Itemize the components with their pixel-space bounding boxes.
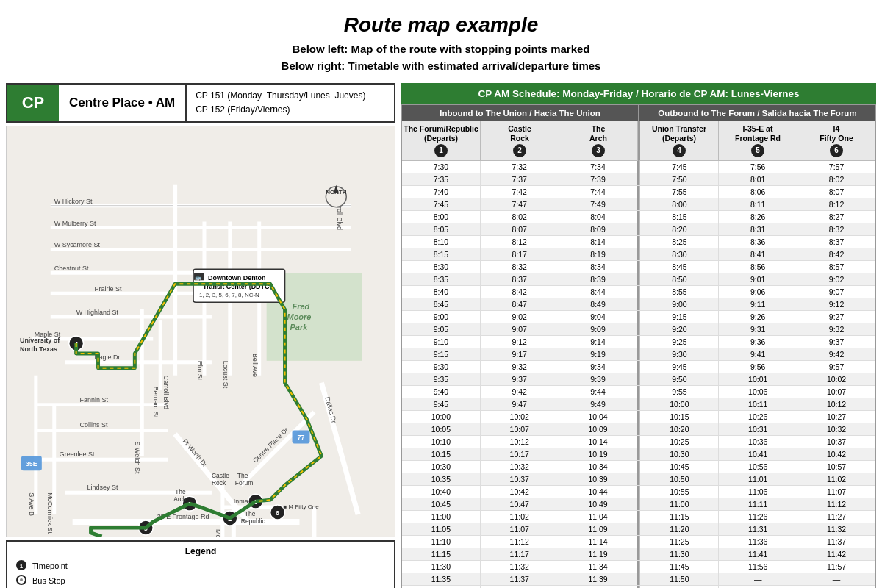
time-cell: 9:49	[559, 398, 638, 410]
time-cell: 10:07	[481, 423, 559, 435]
time-cell: 11:32	[797, 523, 875, 535]
time-cell: 8:55	[639, 286, 719, 298]
table-row: 7:357:377:397:508:018:02	[402, 173, 875, 186]
svg-text:Bell Ave: Bell Ave	[251, 354, 259, 377]
route-line1: CP 151 (Monday–Thursday/Lunes–Jueves)	[196, 89, 365, 103]
time-cell: 10:30	[402, 461, 481, 473]
table-row: 9:459:479:4910:0010:1110:12	[402, 398, 875, 411]
time-cell: 11:17	[481, 548, 559, 560]
table-row: 10:1010:1210:1410:2510:3610:37	[402, 436, 875, 448]
svg-text:W Mulberry St: W Mulberry St	[54, 220, 96, 227]
time-cell: 10:12	[481, 436, 559, 448]
table-row: 9:059:079:099:209:319:32	[402, 323, 875, 336]
table-row: 8:158:178:198:308:418:42	[402, 248, 875, 261]
svg-text:1, 2, 3, 5, 6, 7, 8, NC-N: 1, 2, 3, 5, 6, 7, 8, NC-N	[199, 292, 259, 298]
table-row: 10:3510:3710:3910:5011:0111:02	[402, 473, 875, 486]
table-row: 11:1511:1711:1911:3011:4111:42	[402, 548, 875, 561]
time-cell: 8:05	[402, 223, 481, 235]
time-cell: 8:10	[402, 236, 481, 248]
time-cell: 9:17	[481, 348, 559, 360]
time-cell: 8:37	[481, 273, 559, 285]
time-cell: 8:02	[797, 173, 875, 185]
time-cell: 11:56	[719, 561, 797, 573]
svg-text:Bernard St: Bernard St	[152, 387, 159, 418]
time-cell: 11:00	[639, 498, 719, 510]
time-cell: 9:15	[402, 348, 481, 360]
time-cell: 9:19	[559, 348, 638, 360]
time-cell: 11:15	[639, 511, 719, 523]
table-row: 11:3511:3711:3911:50——	[402, 573, 875, 586]
time-cell: 11:10	[402, 536, 481, 548]
table-row: 8:058:078:098:208:318:32	[402, 223, 875, 236]
time-cell: 9:15	[639, 311, 719, 323]
time-cell: 10:31	[719, 423, 797, 435]
time-cell: 9:42	[481, 386, 559, 398]
svg-text:Prairie St: Prairie St	[95, 285, 122, 293]
time-cell: 11:32	[481, 561, 559, 573]
time-cell: 10:00	[639, 398, 719, 410]
table-row: 8:108:128:148:258:368:37	[402, 236, 875, 248]
time-cell: 8:12	[797, 198, 875, 210]
time-cell: 7:40	[402, 186, 481, 198]
time-cell: 8:12	[481, 236, 559, 248]
time-cell: 9:30	[639, 348, 719, 360]
time-cell: 10:14	[559, 436, 638, 448]
time-cell: 10:34	[559, 461, 638, 473]
time-cell: 10:17	[481, 448, 559, 460]
time-cell: 9:00	[402, 311, 481, 323]
time-cell: 9:31	[719, 323, 797, 335]
time-cell: 11:07	[481, 523, 559, 535]
time-cell: 9:36	[719, 336, 797, 348]
time-cell: 9:12	[481, 336, 559, 348]
svg-text:🚌: 🚌	[195, 274, 201, 281]
svg-text:Republic: Republic	[241, 517, 265, 525]
time-cell: 10:20	[639, 423, 719, 435]
time-cell: 10:44	[559, 486, 638, 498]
time-cell: 11:37	[481, 573, 559, 585]
time-cell: 9:14	[559, 336, 638, 348]
time-cell: 11:12	[481, 536, 559, 548]
time-cell: 9:20	[639, 323, 719, 335]
time-cell: 8:57	[797, 261, 875, 273]
svg-text:Lindsey St: Lindsey St	[87, 484, 118, 491]
time-cell: 11:06	[719, 486, 797, 498]
time-cell: 11:07	[797, 486, 875, 498]
table-row: 11:3011:3211:3411:4511:5611:57	[402, 561, 875, 573]
time-cell: 10:50	[639, 473, 719, 485]
svg-text:Castle: Castle	[212, 472, 229, 479]
timetable-side: CP AM Schedule: Monday-Friday / Horario …	[401, 83, 876, 588]
svg-text:Greenlee St: Greenlee St	[60, 451, 95, 458]
table-row: 8:008:028:048:158:268:27	[402, 211, 875, 223]
time-cell: 9:55	[639, 386, 719, 398]
time-cell: 7:39	[559, 173, 638, 185]
time-cell: 8:30	[402, 261, 481, 273]
time-cell: 11:31	[719, 523, 797, 535]
time-cell: 10:35	[402, 473, 481, 485]
time-cell: 9:26	[719, 311, 797, 323]
svg-text:■ I4 Fifty One: ■ I4 Fifty One	[284, 503, 320, 510]
inbound-header: Inbound to The Union / Hacia The Union	[402, 105, 639, 121]
time-cell: 11:34	[559, 561, 638, 573]
time-cell: 7:45	[402, 198, 481, 210]
table-row: 8:308:328:348:458:568:57	[402, 261, 875, 273]
route-numbers: CP 151 (Monday–Thursday/Lunes–Jueves) CP…	[187, 89, 374, 117]
table-row: 10:1510:1710:1910:3010:4110:42	[402, 448, 875, 461]
table-row: 9:409:429:449:5510:0610:07	[402, 386, 875, 398]
time-cell: 8:47	[481, 298, 559, 310]
time-cell: 9:04	[559, 311, 638, 323]
time-cell: 7:44	[559, 186, 638, 198]
svg-text:W Hickory St: W Hickory St	[54, 198, 93, 205]
time-cell: 10:37	[797, 436, 875, 448]
svg-text:77: 77	[297, 434, 304, 441]
time-cell: 11:45	[639, 561, 719, 573]
time-cell: 8:15	[639, 211, 719, 223]
col-header-2: CastleRock2	[481, 121, 559, 161]
svg-text:1: 1	[20, 563, 24, 570]
table-row: 10:0010:0210:0410:1510:2610:27	[402, 411, 875, 423]
time-cell: 8:07	[481, 223, 559, 235]
col-header-3: TheArch3	[559, 121, 638, 161]
time-cell: 9:30	[402, 361, 481, 373]
time-cell: 8:32	[481, 261, 559, 273]
svg-text:The: The	[175, 488, 186, 495]
subtitle: Below left: Map of the route with stoppi…	[0, 41, 882, 74]
